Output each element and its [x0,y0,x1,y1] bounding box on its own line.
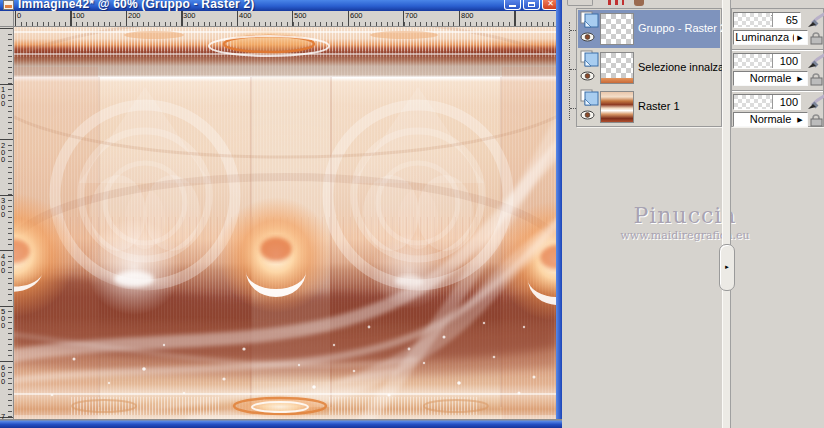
opacity-slider[interactable]: 100 [733,94,801,110]
blend-mode-value: Normale [750,113,792,125]
window-border-right [556,0,562,428]
lock-icon[interactable] [809,72,824,86]
visibility-eye-icon[interactable] [580,32,595,42]
palette-toolbar-button-partial[interactable] [567,0,593,6]
opacity-value[interactable]: 65 [772,13,800,27]
opacity-value[interactable]: 100 [772,54,800,68]
layer-row-selezione-innalzata[interactable]: Selezione innalzata [578,49,720,87]
hruler-label: 200 [126,11,141,20]
window-border-bottom [0,419,562,428]
watermark: Pinuccia www.maidiregrafica.eu [595,203,775,242]
hruler-label: 300 [181,11,196,20]
hruler-label: 700 [403,11,418,20]
horizontal-ruler: 0 100 200 300 400 500 600 700 800 [14,11,556,27]
window-titlebar[interactable]: Immagine42* @ 60% (Gruppo - Raster 2) [0,0,562,11]
palette-toolbar-button-partial[interactable] [634,0,644,6]
close-icon: ✕ [547,0,554,8]
minimize-icon [509,5,516,7]
blend-mode-value: Normale [750,72,792,84]
lock-icon[interactable] [809,31,824,45]
layer-thumbnail[interactable] [600,91,634,123]
layer-name: Selezione innalzata [638,49,733,87]
vruler-label: 600 [1,364,8,385]
layer-row-raster-1[interactable]: Raster 1 [578,88,720,126]
chevron-right-icon[interactable]: ▶ [794,114,806,125]
opacity-value[interactable]: 100 [772,95,800,109]
maximize-button[interactable] [523,0,540,10]
hruler-label: 800 [459,11,474,20]
divider [732,90,823,91]
visibility-eye-icon[interactable] [580,71,595,81]
blend-mode-select[interactable]: Luminanza (L) ▶ [733,30,808,45]
layer-name: Gruppo - Raster 2 [638,10,726,48]
hruler-label: 400 [237,11,252,20]
opacity-slider[interactable]: 65 [733,12,801,28]
blend-mode-select[interactable]: Normale ▶ [733,71,808,86]
layer-thumbnail[interactable] [600,52,634,84]
layer-page-icon [580,11,599,28]
chevron-right-icon[interactable]: ▶ [794,32,806,43]
layer-row-gruppo-raster-2[interactable]: Gruppo - Raster 2 [578,10,720,48]
psp-workspace: { "window": { "title": "Immagine42* @ 60… [0,0,824,428]
chevron-right-icon[interactable]: ▶ [794,73,806,84]
maximize-icon [528,2,535,7]
vruler-label: 200 [1,142,8,163]
splitter-arrow-icon: ► [724,264,730,270]
hruler-label: 100 [70,11,85,20]
brush-icon[interactable] [804,52,824,70]
layer-properties-raster-1: 100 Normale ▶ [732,93,824,131]
vruler-label: 400 [1,253,8,274]
hruler-label: 0 [15,11,21,20]
blend-mode-select[interactable]: Normale ▶ [733,112,808,127]
layer-properties-panel: 65 Luminanza (L) ▶ 100 Normale ▶ [731,8,824,127]
ruler-corner [0,11,14,27]
divider [732,49,823,50]
watermark-url: www.maidiregrafica.eu [595,229,775,242]
layers-palette: Gruppo - Raster 2 Selezione innalzata Ra… [576,8,722,127]
palette-splitter[interactable] [722,0,731,428]
vruler-label: 300 [1,197,8,218]
canvas-artwork [14,27,556,419]
image-file-icon [3,0,14,10]
lock-icon[interactable] [809,113,824,127]
layer-page-icon [580,89,599,106]
brush-icon[interactable] [804,93,824,111]
image-window: Immagine42* @ 60% (Gruppo - Raster 2) ✕ … [0,0,562,428]
watermark-name: Pinuccia [595,203,775,228]
vertical-ruler: 100 200 300 400 500 600 700 [0,27,14,419]
window-title: Immagine42* @ 60% (Gruppo - Raster 2) [18,0,255,11]
hruler-label: 600 [348,11,363,20]
visibility-eye-icon[interactable] [580,110,595,120]
vruler-label: 500 [1,308,8,329]
brush-icon[interactable] [804,11,824,29]
hruler-label: 500 [292,11,307,20]
image-canvas[interactable] [14,27,556,419]
layer-thumbnail[interactable] [600,13,634,45]
layer-properties-gruppo-raster-2: 65 Luminanza (L) ▶ [732,11,824,49]
layer-name: Raster 1 [638,88,680,126]
vruler-label: 100 [1,86,8,107]
palette-splitter-handle[interactable]: ► [719,244,735,291]
layer-properties-selezione-innalzata: 100 Normale ▶ [732,52,824,90]
palette-toolbar-button-partial[interactable] [608,0,624,5]
minimize-button[interactable] [504,0,521,10]
layer-page-icon [580,50,599,67]
opacity-slider[interactable]: 100 [733,53,801,69]
